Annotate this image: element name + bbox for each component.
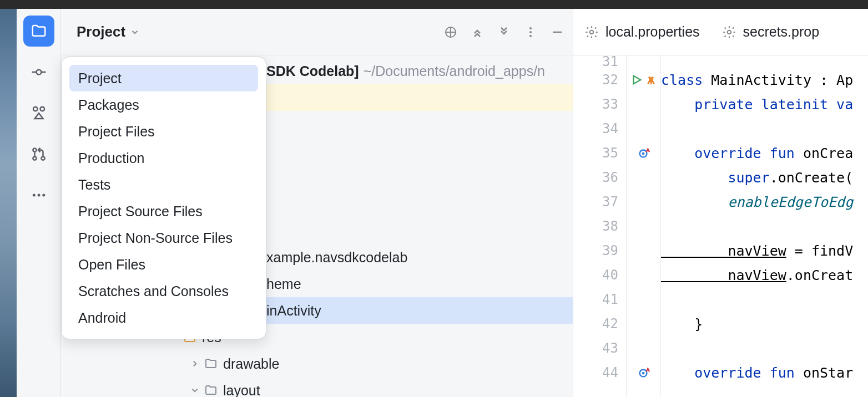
gutter-override-icon[interactable] [627,141,660,165]
svg-point-5 [33,148,36,151]
code-token: onStar [803,365,853,381]
code-token: navView [661,267,786,283]
panel-header-actions [444,26,564,39]
svg-point-22 [727,30,731,34]
svg-point-7 [41,156,44,160]
tool-sidebar [17,9,61,397]
line-number[interactable]: 42 [573,312,626,336]
line-number[interactable]: 41 [573,287,626,312]
dropdown-item-label: Project Files [78,124,155,140]
dropdown-item-tests[interactable]: Tests [69,171,258,198]
code-token: override fun [661,145,803,161]
dropdown-item-packages[interactable]: Packages [69,91,258,118]
project-panel: Project SDK Codelab] ~/Documents/android… [61,9,573,397]
svg-point-6 [33,156,36,160]
line-number[interactable]: 39 [573,238,626,263]
more-tools-button[interactable] [23,180,54,211]
line-number[interactable]: 31 [573,55,626,68]
dropdown-item-label: Project Source Files [78,203,203,220]
dropdown-item-android[interactable]: Android [69,304,258,331]
line-number[interactable]: 37 [573,190,626,214]
gear-icon [722,25,736,39]
tree-drawable-row[interactable]: drawable [61,350,573,377]
dropdown-item-production[interactable]: Production [69,145,258,171]
line-number[interactable]: 43 [573,336,626,360]
more-vertical-icon[interactable] [524,26,537,39]
line-number[interactable]: 38 [573,214,626,238]
svg-point-25 [642,152,644,155]
dropdown-item-label: Project [78,70,122,86]
code-editor[interactable]: class MainActivity : Ap private lateinit… [661,55,868,397]
dropdown-item-project-source-files[interactable]: Project Source Files [69,198,258,225]
svg-point-27 [642,372,644,375]
chevron-down-icon [130,27,140,37]
editor-tab-bar: local.properties secrets.prop [573,9,868,55]
theme-label: heme [266,276,301,292]
collapse-all-icon[interactable] [497,26,511,39]
dropdown-item-project-non-source-files[interactable]: Project Non-Source Files [69,225,258,251]
line-number[interactable]: 33 [573,92,626,116]
dropdown-item-label: Packages [78,97,139,113]
project-view-selector[interactable]: Project [77,23,140,40]
code-token: } [661,316,703,332]
view-selector-label: Project [77,23,125,40]
tree-layout-row[interactable]: layout [61,377,573,397]
dropdown-item-label: Tests [78,177,110,193]
icon-gutter [627,55,661,397]
gutter-run-icon[interactable] [627,68,660,92]
svg-point-9 [37,194,40,197]
code-token: onCrea [803,145,853,161]
chevron-right-icon [190,359,200,369]
select-opened-file-icon[interactable] [444,26,457,39]
dropdown-item-label: Scratches and Consoles [78,283,229,299]
structure-tool-button[interactable] [23,98,54,129]
window-titlebar [0,0,868,9]
project-view-dropdown: Project Packages Project Files Productio… [61,57,266,339]
svg-point-3 [33,107,38,111]
line-number[interactable]: 32 [573,68,626,92]
minimize-icon[interactable] [551,26,564,39]
svg-point-10 [42,194,45,197]
editor-tab-local-properties[interactable]: local.properties [584,24,700,40]
project-root-path: ~/Documents/android_apps/n [364,63,545,79]
dropdown-item-project-files[interactable]: Project Files [69,118,258,145]
dropdown-item-open-files[interactable]: Open Files [69,251,258,278]
folder-icon [204,357,218,370]
line-number[interactable]: 34 [573,116,626,141]
line-number[interactable]: 36 [573,165,626,190]
editor-area: local.properties secrets.prop 31 32 33 3… [573,9,868,397]
line-number[interactable]: 35 [573,141,626,165]
vcs-tool-button[interactable] [23,139,54,170]
gear-icon [584,25,599,39]
line-number[interactable]: 44 [573,360,626,385]
svg-point-21 [590,30,594,34]
structure-icon [31,105,47,121]
svg-point-0 [36,70,41,75]
package-label: xample.navsdkcodelab [266,250,407,266]
dropdown-item-scratches[interactable]: Scratches and Consoles [69,278,258,304]
implements-icon [645,74,657,86]
dropdown-item-label: Open Files [78,257,145,273]
code-token: enableEdgeToEdg [661,194,853,210]
gutter-override-icon[interactable] [627,360,660,385]
expand-all-icon[interactable] [471,26,484,39]
svg-point-16 [529,35,532,37]
dropdown-item-label: Android [78,310,126,326]
line-number[interactable]: 40 [573,263,626,287]
dropdown-item-label: Production [78,150,145,166]
commit-tool-button[interactable] [23,57,54,88]
svg-point-8 [32,194,35,197]
svg-point-14 [529,27,532,29]
project-tool-button[interactable] [23,16,54,47]
editor-body: 31 32 33 34 35 36 37 38 39 40 41 42 43 4… [573,55,868,397]
override-icon [638,147,650,159]
svg-point-4 [40,107,44,111]
code-token: private lateinit va [661,96,853,113]
drawable-folder-label: drawable [223,356,279,372]
dropdown-item-project[interactable]: Project [69,65,258,91]
line-number-gutter: 31 32 33 34 35 36 37 38 39 40 41 42 43 4… [573,55,627,397]
code-token: override fun [661,365,803,381]
more-horizontal-icon [31,187,47,203]
pull-request-icon [31,146,47,162]
editor-tab-secrets-properties[interactable]: secrets.prop [722,24,820,40]
